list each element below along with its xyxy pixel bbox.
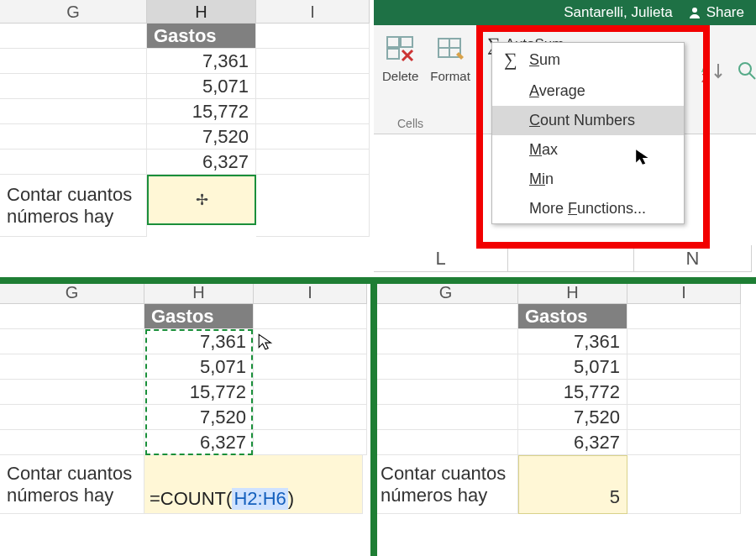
col-M-hidden[interactable] <box>508 245 634 272</box>
cell-value[interactable]: 5,071 <box>518 354 627 380</box>
cell-value[interactable]: 7,361 <box>518 329 627 354</box>
table-header-gastos[interactable]: Gastos <box>518 304 627 329</box>
prompt-label: Contar cuantos números hay <box>0 455 144 514</box>
cell[interactable] <box>627 380 741 405</box>
cell[interactable] <box>0 329 144 354</box>
separator <box>0 277 756 284</box>
cell-value[interactable]: 15,772 <box>147 99 256 124</box>
cell[interactable] <box>627 455 741 514</box>
col-G[interactable]: G <box>374 281 518 304</box>
cell[interactable] <box>374 329 518 354</box>
cell[interactable] <box>0 74 147 99</box>
share-label: Share <box>706 4 744 21</box>
prompt-line2: números hay <box>7 485 113 506</box>
cell-value[interactable]: 6,327 <box>144 430 254 455</box>
prompt-line1: Contar cuantos <box>7 184 132 205</box>
formula-cell[interactable]: =COUNT(H2:H6) <box>144 455 363 514</box>
col-I[interactable]: I <box>256 0 370 24</box>
table-header-gastos[interactable]: Gastos <box>147 24 256 49</box>
cell[interactable] <box>254 430 367 455</box>
cell[interactable] <box>256 124 370 149</box>
delete-button[interactable]: Delete <box>382 32 418 83</box>
cell-value[interactable]: 7,520 <box>144 405 254 430</box>
cell[interactable] <box>374 354 518 380</box>
mouse-pointer-icon <box>634 148 653 166</box>
col-G[interactable]: G <box>0 0 147 24</box>
result-cell[interactable]: 5 <box>518 455 627 514</box>
col-L[interactable]: L <box>374 245 508 272</box>
panel-autosum-menu: Santarelli, Julieta Share Delete <box>374 0 756 281</box>
cell-value[interactable]: 6,327 <box>518 430 627 455</box>
cell-value[interactable]: 6,327 <box>147 149 256 175</box>
cell[interactable] <box>256 74 370 99</box>
cell[interactable] <box>0 149 147 175</box>
cell[interactable] <box>0 99 147 124</box>
sort-filter-button[interactable]: AZ <box>701 60 727 82</box>
cell-value[interactable]: 15,772 <box>518 380 627 405</box>
format-button[interactable]: Format <box>430 32 470 83</box>
cell[interactable] <box>256 175 370 237</box>
prompt-line2: números hay <box>381 485 487 506</box>
panel-step3-result: G H I Gastos 7,361 5,071 15,772 7,520 6,… <box>374 281 756 556</box>
cell-value[interactable]: 7,361 <box>147 49 256 74</box>
menu-count-numbers[interactable]: Count Numbers <box>492 106 684 135</box>
cell[interactable] <box>0 430 144 455</box>
menu-text: ount Numbers <box>540 112 635 129</box>
cell[interactable] <box>627 329 741 354</box>
cell[interactable] <box>627 354 741 380</box>
col-H[interactable]: H <box>518 281 627 304</box>
col-I[interactable]: I <box>627 281 741 304</box>
cell[interactable] <box>0 380 144 405</box>
cell[interactable] <box>254 354 367 380</box>
cell-value[interactable]: 7,520 <box>518 405 627 430</box>
menu-min[interactable]: Min <box>492 165 684 194</box>
col-H[interactable]: H <box>144 281 254 304</box>
cell[interactable] <box>254 380 367 405</box>
cell[interactable] <box>0 49 147 74</box>
menu-average[interactable]: Average <box>492 76 684 106</box>
mouse-pointer-icon <box>257 333 276 351</box>
find-select-button[interactable] <box>737 60 756 82</box>
cell[interactable] <box>627 304 741 329</box>
menu-more-functions[interactable]: More Functions... <box>492 194 684 223</box>
menu-sum[interactable]: ∑ Sum <box>492 43 684 76</box>
title-bar: Santarelli, Julieta Share <box>374 0 756 25</box>
share-button[interactable]: Share <box>688 4 744 21</box>
cell[interactable] <box>374 430 518 455</box>
cell[interactable] <box>627 405 741 430</box>
col-H[interactable]: H <box>147 0 256 24</box>
col-G[interactable]: G <box>0 281 144 304</box>
cell[interactable] <box>374 405 518 430</box>
cell-value[interactable]: 15,772 <box>144 380 254 405</box>
menu-text: um <box>539 51 560 68</box>
cell[interactable] <box>627 430 741 455</box>
menu-text: unctions... <box>577 200 646 217</box>
cell[interactable] <box>254 405 367 430</box>
cell[interactable] <box>256 49 370 74</box>
prompt-line2: números hay <box>7 206 113 227</box>
svg-line-12 <box>749 73 755 79</box>
cell[interactable] <box>374 304 518 329</box>
cell[interactable] <box>0 354 144 380</box>
cell-value[interactable]: 7,520 <box>147 124 256 149</box>
col-I[interactable]: I <box>254 281 367 304</box>
cell[interactable] <box>256 149 370 175</box>
column-headers: L N <box>374 245 756 272</box>
cell[interactable] <box>0 304 144 329</box>
cell-value[interactable]: 7,361 <box>144 329 254 354</box>
selected-result-cell[interactable]: ✢ <box>147 175 256 225</box>
menu-max[interactable]: Max <box>492 135 684 165</box>
table-header-gastos[interactable]: Gastos <box>144 304 254 329</box>
ribbon-group-label: Cells <box>397 117 423 130</box>
cell[interactable] <box>0 124 147 149</box>
col-N[interactable]: N <box>634 245 752 272</box>
cell[interactable] <box>254 304 367 329</box>
cell-value[interactable]: 5,071 <box>144 354 254 380</box>
cell[interactable] <box>256 99 370 124</box>
cell[interactable] <box>0 24 147 49</box>
cell[interactable] <box>374 380 518 405</box>
column-headers: G H I <box>374 281 756 304</box>
cell-value[interactable]: 5,071 <box>147 74 256 99</box>
cell[interactable] <box>256 24 370 49</box>
cell[interactable] <box>0 405 144 430</box>
